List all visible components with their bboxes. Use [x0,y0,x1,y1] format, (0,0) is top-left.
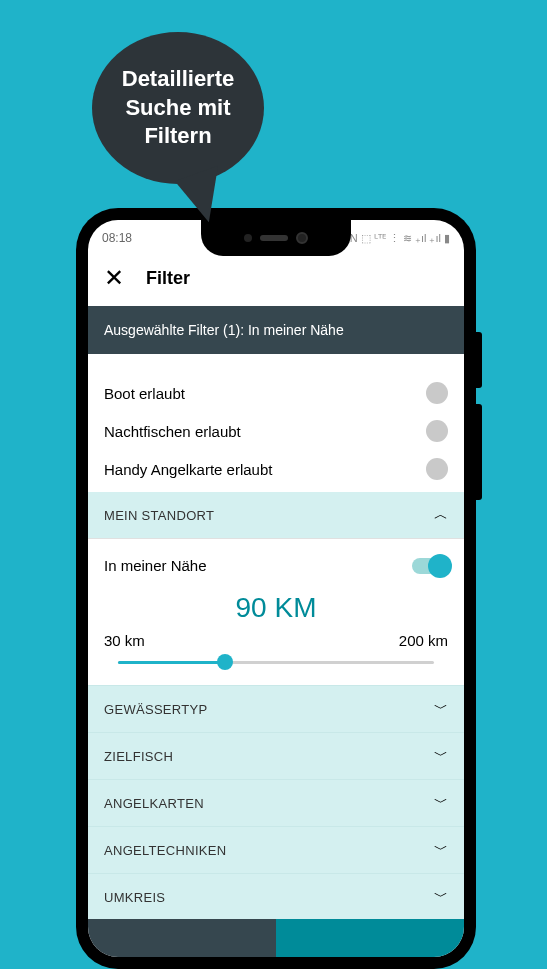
chevron-down-icon: ﹀ [434,888,448,906]
chevron-down-icon: ﹀ [434,794,448,812]
filter-option-label: Handy Angelkarte erlaubt [104,461,272,478]
section-title: MEIN STANDORT [104,508,214,523]
section-title: ANGELKARTEN [104,796,204,811]
section-header-fishing-cards[interactable]: ANGELKARTEN ﹀ [88,779,464,826]
chevron-down-icon: ﹀ [434,841,448,859]
location-section-content: In meiner Nähe 90 KM 30 km 200 km [88,539,464,685]
selected-filters-bar: Ausgewählte Filter (1): In meiner Nähe [88,306,464,354]
section-header-target-fish[interactable]: ZIELFISCH ﹀ [88,732,464,779]
promo-text: Detaillierte Suche mit Filtern [92,55,264,161]
phone-screen: 08:18 N ⬚ ᴸᵀᴱ ⋮ ≋ ₊ıl ₊ıl ▮ ✕ Filter Aus… [88,220,464,957]
slider-thumb [217,654,233,670]
bottom-action-bar [88,919,464,957]
notch [201,220,351,256]
filter-option-mobile-card[interactable]: Handy Angelkarte erlaubt [104,450,448,488]
filter-option-label: Boot erlaubt [104,385,185,402]
near-me-toggle[interactable] [412,558,448,574]
distance-value: 90 KM [104,592,448,624]
page-title: Filter [146,268,190,289]
chevron-down-icon: ﹀ [434,700,448,718]
radio-icon [426,382,448,404]
slider-fill [118,661,225,664]
reset-button[interactable] [88,919,276,957]
filter-option-nightfishing[interactable]: Nachtfischen erlaubt [104,412,448,450]
toggle-label: In meiner Nähe [104,557,207,574]
filter-option-boat[interactable]: Boot erlaubt [104,374,448,412]
section-header-location[interactable]: MEIN STANDORT ︿ [88,492,464,539]
chevron-up-icon: ︿ [434,506,448,524]
radio-icon [426,420,448,442]
distance-slider[interactable] [118,653,434,673]
radio-icon [426,458,448,480]
slider-labels: 30 km 200 km [104,632,448,649]
filter-option-label: Nachtfischen erlaubt [104,423,241,440]
selected-filters-text: Ausgewählte Filter (1): In meiner Nähe [104,322,344,338]
phone-hw-button-2 [476,404,482,500]
section-title: ZIELFISCH [104,749,173,764]
slider-max-label: 200 km [399,632,448,649]
phone-hw-button-1 [476,332,482,388]
notch-speaker [260,235,288,241]
section-header-techniques[interactable]: ANGELTECHNIKEN ﹀ [88,826,464,873]
app-header: ✕ Filter [88,256,464,306]
toggle-knob [428,554,452,578]
search-button[interactable] [276,919,464,957]
section-header-radius[interactable]: UMKREIS ﹀ [88,873,464,920]
near-me-toggle-row: In meiner Nähe [104,557,448,574]
section-title: UMKREIS [104,890,165,905]
section-title: ANGELTECHNIKEN [104,843,226,858]
notch-sensor [244,234,252,242]
phone-frame: 08:18 N ⬚ ᴸᵀᴱ ⋮ ≋ ₊ıl ₊ıl ▮ ✕ Filter Aus… [76,208,476,969]
section-header-water-type[interactable]: GEWÄSSERTYP ﹀ [88,685,464,732]
chevron-down-icon: ﹀ [434,747,448,765]
slider-min-label: 30 km [104,632,145,649]
section-title: GEWÄSSERTYP [104,702,207,717]
close-icon[interactable]: ✕ [104,266,124,290]
filter-options-group: Boot erlaubt Nachtfischen erlaubt Handy … [88,354,464,492]
notch-camera [296,232,308,244]
promo-bubble: Detaillierte Suche mit Filtern [92,32,264,184]
status-icons: N ⬚ ᴸᵀᴱ ⋮ ≋ ₊ıl ₊ıl ▮ [350,232,450,245]
